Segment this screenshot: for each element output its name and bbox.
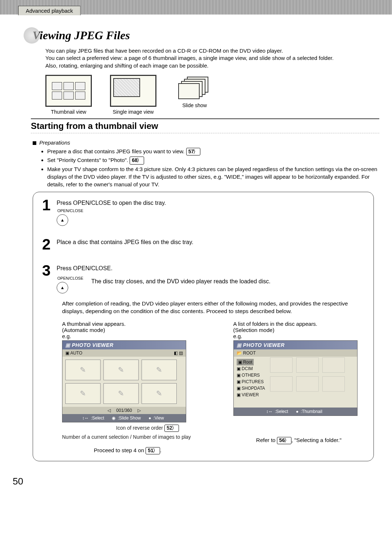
osd-thumb-item: ✎	[103, 360, 139, 380]
prep-item: Set "Priority Contents" to "Photo". 68	[47, 156, 379, 165]
preparations-block: Preparations Prepare a disc that contain…	[33, 139, 379, 188]
prev-icon: ◁	[107, 408, 111, 413]
next-icon: ▷	[138, 408, 141, 413]
osd-footer: ↕↔:Select ●:Thumbnail	[234, 408, 357, 416]
folder-item: ▣ DCIM	[237, 365, 354, 372]
step-text: Press OPEN/CLOSE to open the disc tray.	[57, 200, 364, 206]
page-number: 50	[13, 476, 392, 487]
intro-line: You can play JPEG files that have been r…	[45, 47, 379, 54]
page-title: Viewing JPEG Files	[32, 29, 130, 42]
osd-thumb-item: ✎	[65, 360, 101, 380]
osd-subbar: ▣ AUTO ◧ ▤	[62, 349, 186, 357]
prep-text: Make your TV shape conform to the 4:3 pi…	[47, 166, 377, 187]
page-ref: 56	[277, 437, 291, 444]
page-content: Viewing JPEG Files You can play JPEG fil…	[0, 15, 392, 469]
step-text: Place a disc that contains JPEG files on…	[57, 239, 364, 246]
folder-item: ▣ PICTURES	[237, 378, 354, 385]
osd-auto-label: AUTO	[70, 350, 82, 356]
folder-item: ▣ SHOPDATA	[237, 385, 354, 392]
square-bullet-icon	[33, 141, 36, 145]
step-text: Press OPEN/CLOSE.	[57, 265, 364, 272]
button-label: OPEN/CLOSE	[57, 208, 364, 213]
prep-item: Make your TV shape conform to the 4:3 pi…	[47, 165, 379, 188]
counter-annotation: Number of a current selection / Number o…	[62, 434, 193, 440]
eg-label: e.g.	[233, 333, 365, 339]
prep-text: Prepare a disc that contains JPEG files …	[47, 148, 185, 154]
step-number: 1	[42, 198, 57, 213]
icon-annotation: Icon of reverse order 52	[62, 425, 193, 432]
mode-selection: A list of folders in the disc appears. (…	[233, 321, 365, 454]
section-title: Starting from a thumbnail view	[31, 121, 166, 131]
page-ref: 51	[146, 447, 160, 454]
title-decor-icon	[24, 27, 40, 44]
step-2: 2 Place a disc that contains JPEG files …	[42, 237, 364, 252]
intro-text: You can play JPEG files that have been r…	[45, 47, 379, 69]
view-thumbnail: Thumbnail view	[45, 75, 92, 115]
osd-folder-list: ▣ Root ▣ DCIM ▣ OTHERS ▣ PICTURES ▣ SHOP…	[234, 357, 357, 408]
button-label: OPEN/CLOSE	[57, 276, 83, 280]
after-reading-note: After completion of reading, the DVD vid…	[62, 300, 364, 315]
mode-subtitle: (Selection mode)	[233, 327, 365, 333]
title-row: Viewing JPEG Files	[24, 27, 379, 44]
page-indicator-icon: ◧ ▤	[174, 350, 183, 356]
mode-subtitle: (Automatic mode)	[62, 327, 193, 333]
osd-title: ▣ PHOTO VIEWER	[234, 341, 357, 349]
osd-thumb-item: ✎	[142, 360, 177, 380]
osd-thumbnail-view: ▣ PHOTO VIEWER ▣ AUTO ◧ ▤ ✎ ✎ ✎ ✎ ✎ ✎	[62, 340, 186, 422]
prep-text: Set "Priority Contents" to "Photo".	[47, 157, 128, 163]
refer-note: Refer to 56, "Selecting a folder."	[233, 437, 365, 444]
steps-panel: 1 Press OPEN/CLOSE to open the disc tray…	[33, 192, 374, 461]
proceed-note: Proceed to step 4 on 51.	[62, 447, 193, 454]
section-heading: Starting from a thumbnail view	[31, 118, 379, 133]
page-ref: 68	[130, 157, 144, 165]
mode-title: A thumbnail view appears.	[62, 321, 193, 327]
mode-automatic: A thumbnail view appears. (Automatic mod…	[62, 321, 193, 454]
osd-subbar: 📂 ROOT	[234, 349, 357, 357]
view-label: Slide show	[175, 102, 215, 108]
osd-title: ▣ PHOTO VIEWER	[62, 341, 186, 349]
eg-label: e.g.	[62, 333, 193, 339]
osd-root-label: ROOT	[243, 350, 256, 356]
osd-thumbnails: ✎ ✎ ✎ ✎ ✎ ✎	[62, 357, 186, 407]
osd-thumb-item: ✎	[65, 383, 101, 404]
intro-line: You can select a preferred view: a page …	[45, 54, 379, 62]
view-label: Single image view	[110, 109, 156, 115]
folder-item: ▣ Root	[237, 359, 354, 365]
single-image-icon	[110, 75, 156, 107]
osd-folder-view: ▣ PHOTO VIEWER 📂 ROOT ▣ Root ▣ DCIM ▣ OT…	[233, 340, 358, 416]
folder-item: ▣ VIEWER	[237, 392, 354, 398]
preparations-heading: Preparations	[39, 139, 70, 146]
page-ref: 57	[186, 148, 201, 156]
prep-item: Prepare a disc that contains JPEG files …	[47, 147, 379, 156]
header-bar: Advanced playback	[0, 0, 392, 15]
step-1: 1 Press OPEN/CLOSE to open the disc tray…	[42, 198, 364, 226]
eject-icon: ▲	[57, 214, 68, 226]
folder-item: ▣ OTHERS	[237, 372, 354, 378]
eject-icon: ▲	[57, 282, 68, 293]
step-number: 2	[42, 237, 57, 252]
mode-title: A list of folders in the disc appears.	[233, 321, 365, 327]
page-ref: 52	[164, 425, 179, 432]
view-modes-row: Thumbnail view Single image view Slide s…	[45, 75, 379, 115]
breadcrumb-tab: Advanced playback	[18, 6, 81, 15]
osd-thumb-item: ✎	[142, 383, 177, 404]
view-slideshow: Slide show	[175, 75, 215, 115]
view-label: Thumbnail view	[45, 109, 92, 115]
intro-line: Also, rotating, enlarging and shifting o…	[45, 62, 379, 69]
step-3: 3 Press OPEN/CLOSE. OPEN/CLOSE ▲ The dis…	[42, 263, 364, 293]
slideshow-icon	[175, 75, 215, 100]
view-single: Single image view	[110, 75, 156, 115]
step-number: 3	[42, 263, 57, 278]
osd-thumb-item: ✎	[103, 383, 139, 404]
thumbnail-icon	[45, 75, 92, 107]
step-subtext: The disc tray closes, and the DVD video …	[91, 274, 271, 285]
osd-footer: ↕↔:Select ◉:Slide Show ●:View	[62, 414, 186, 422]
osd-counter: 001/360	[116, 408, 132, 413]
osd-status-bar: ◁ 001/360 ▷	[62, 407, 186, 414]
modes-row: A thumbnail view appears. (Automatic mod…	[62, 321, 364, 454]
